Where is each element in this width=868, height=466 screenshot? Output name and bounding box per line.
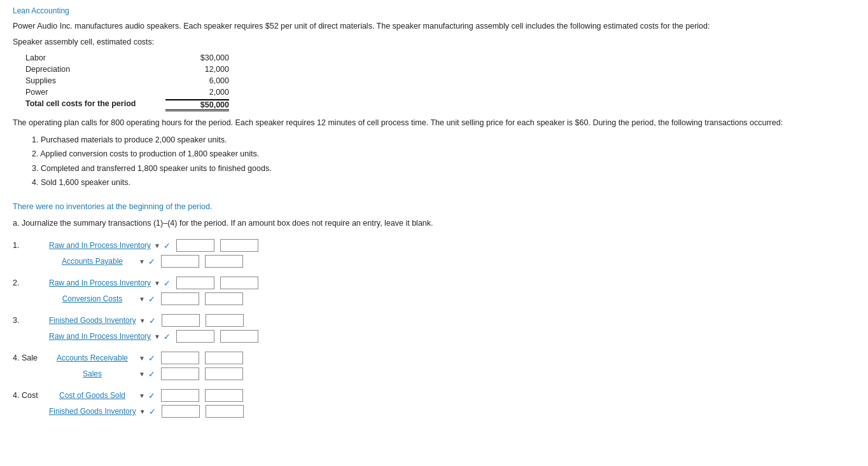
check-mark-2-debit: ✓ (164, 278, 171, 288)
account-container-4-sale-debit: Accounts Receivable ▼ ✓ (48, 352, 243, 364)
entry-number-3: 3. (13, 316, 48, 325)
account-select-conversion-costs[interactable]: Conversion Costs (48, 294, 137, 304)
entry-number-4-sale: 4. Sale (13, 353, 48, 362)
debit-input-4-cost-debit[interactable] (161, 389, 199, 402)
check-mark-2-credit: ✓ (148, 294, 155, 304)
dropdown-arrow-1-debit[interactable]: ▼ (154, 242, 160, 249)
transaction-4: 4. Sold 1,600 speaker units. (32, 175, 855, 190)
credit-input-4-cost-credit[interactable] (206, 405, 244, 418)
credit-input-4-sale-debit[interactable] (205, 352, 243, 364)
dropdown-arrow-3-credit[interactable]: ▼ (154, 333, 160, 340)
journal-entry-2-debit: 2. Raw and In Process Inventory ▼ ✓ (13, 277, 855, 289)
debit-input-1-credit[interactable] (161, 255, 199, 268)
credit-input-2-credit[interactable] (205, 292, 243, 305)
account-select-raw-inventory-3[interactable]: Raw and In Process Inventory (48, 331, 152, 341)
cost-row-labor: Labor $30,000 (25, 53, 855, 62)
credit-input-4-cost-debit[interactable] (205, 389, 243, 402)
operating-text: The operating plan calls for 800 operati… (13, 116, 855, 129)
account-select-raw-inventory-1[interactable]: Raw and In Process Inventory (48, 240, 152, 250)
account-select-raw-inventory-2[interactable]: Raw and In Process Inventory (48, 278, 152, 288)
journal-entry-4-sale-credit: Sales ▼ ✓ (48, 367, 855, 380)
cost-value-depreciation: 12,000 (165, 65, 229, 74)
debit-input-4-cost-credit[interactable] (162, 405, 200, 418)
cost-value-power: 2,000 (165, 88, 229, 97)
speaker-label: Speaker assembly cell, estimated costs: (13, 36, 855, 48)
account-select-cogs[interactable]: Cost of Goods Sold (48, 390, 137, 401)
account-container-1-credit: Accounts Payable ▼ ✓ (48, 255, 243, 268)
journal-section: 1. Raw and In Process Inventory ▼ ✓ Acco… (13, 239, 855, 418)
entry-number-4-cost: 4. Cost (13, 391, 48, 400)
credit-input-4-sale-credit[interactable] (205, 367, 243, 380)
account-container-4-cost-credit: Finished Goods Inventory ▼ ✓ (48, 405, 244, 418)
credit-input-1-debit[interactable] (220, 239, 258, 252)
journal-group-3: 3. Finished Goods Inventory ▼ ✓ Raw and … (13, 314, 855, 343)
journal-entry-4-sale-debit: 4. Sale Accounts Receivable ▼ ✓ (13, 352, 855, 364)
credit-input-3-credit[interactable] (220, 330, 258, 343)
cost-label-power: Power (25, 88, 165, 97)
cost-total-row: Total cell costs for the period $50,000 (25, 99, 855, 111)
journal-group-2: 2. Raw and In Process Inventory ▼ ✓ Conv… (13, 277, 855, 305)
journal-entry-3-credit: Raw and In Process Inventory ▼ ✓ (48, 330, 855, 343)
credit-input-1-credit[interactable] (205, 255, 243, 268)
check-mark-3-debit: ✓ (149, 316, 156, 326)
transaction-3: 3. Completed and transferred 1,800 speak… (32, 161, 855, 176)
account-select-finished-goods-3[interactable]: Finished Goods Inventory (48, 315, 137, 326)
journal-group-1: 1. Raw and In Process Inventory ▼ ✓ Acco… (13, 239, 855, 268)
dropdown-arrow-4-cost-credit[interactable]: ▼ (139, 408, 146, 415)
debit-input-3-credit[interactable] (176, 330, 214, 343)
transaction-2: 2. Applied conversion costs to productio… (32, 147, 855, 161)
journal-entry-1-credit: Accounts Payable ▼ ✓ (48, 255, 855, 268)
dropdown-arrow-2-credit[interactable]: ▼ (139, 296, 145, 303)
instruction-text: a. Journalize the summary transactions (… (13, 217, 855, 230)
cost-label-depreciation: Depreciation (25, 65, 165, 74)
cost-label-supplies: Supplies (25, 76, 165, 85)
dropdown-arrow-3-debit[interactable]: ▼ (139, 317, 146, 324)
check-mark-4-sale-credit: ✓ (148, 369, 155, 379)
account-container-4-sale-credit: Sales ▼ ✓ (48, 367, 243, 380)
cost-value-supplies: 6,000 (165, 76, 229, 85)
account-container-2-debit: Raw and In Process Inventory ▼ ✓ (48, 277, 258, 289)
account-container-3-debit: Finished Goods Inventory ▼ ✓ (48, 314, 244, 327)
account-select-accounts-receivable[interactable]: Accounts Receivable (48, 353, 137, 363)
check-mark-4-sale-debit: ✓ (148, 353, 155, 363)
dropdown-arrow-1-credit[interactable]: ▼ (139, 258, 145, 265)
cost-total-value: $50,000 (165, 99, 229, 111)
account-select-finished-goods-4[interactable]: Finished Goods Inventory (48, 406, 137, 416)
account-container-2-credit: Conversion Costs ▼ ✓ (48, 292, 243, 305)
debit-input-2-debit[interactable] (176, 277, 214, 289)
account-container-1-debit: Raw and In Process Inventory ▼ ✓ (48, 239, 258, 252)
debit-input-4-sale-debit[interactable] (161, 352, 199, 364)
dropdown-arrow-4-sale-credit[interactable]: ▼ (139, 371, 145, 378)
intro-paragraph: Power Audio Inc. manufactures audio spea… (13, 20, 855, 32)
cost-value-labor: $30,000 (165, 53, 229, 62)
cost-label-labor: Labor (25, 53, 165, 62)
check-mark-4-cost-debit: ✓ (148, 391, 155, 401)
cost-row-power: Power 2,000 (25, 88, 855, 97)
cost-row-depreciation: Depreciation 12,000 (25, 65, 855, 74)
cost-row-supplies: Supplies 6,000 (25, 76, 855, 85)
journal-entry-2-credit: Conversion Costs ▼ ✓ (48, 292, 855, 305)
journal-group-4-sale: 4. Sale Accounts Receivable ▼ ✓ Sales ▼ … (13, 352, 855, 380)
entry-number-1: 1. (13, 241, 48, 250)
journal-entry-1-debit: 1. Raw and In Process Inventory ▼ ✓ (13, 239, 855, 252)
account-select-accounts-payable-1[interactable]: Accounts Payable (48, 256, 137, 266)
lean-accounting-title: Lean Accounting (13, 6, 855, 15)
journal-entry-4-cost-credit: Finished Goods Inventory ▼ ✓ (48, 405, 855, 418)
account-select-sales[interactable]: Sales (48, 369, 137, 379)
debit-input-1-debit[interactable] (176, 239, 214, 252)
debit-input-4-sale-credit[interactable] (161, 367, 199, 380)
journal-group-4-cost: 4. Cost Cost of Goods Sold ▼ ✓ Finished … (13, 389, 855, 418)
journal-entry-4-cost-debit: 4. Cost Cost of Goods Sold ▼ ✓ (13, 389, 855, 402)
credit-input-2-debit[interactable] (220, 277, 258, 289)
credit-input-3-debit[interactable] (206, 314, 244, 327)
transactions-list: 1. Purchased materials to produce 2,000 … (32, 133, 855, 190)
transaction-1: 1. Purchased materials to produce 2,000 … (32, 133, 855, 147)
dropdown-arrow-4-sale-debit[interactable]: ▼ (139, 355, 145, 362)
entry-number-2: 2. (13, 278, 48, 287)
account-container-3-credit: Raw and In Process Inventory ▼ ✓ (48, 330, 258, 343)
dropdown-arrow-2-debit[interactable]: ▼ (154, 280, 160, 287)
dropdown-arrow-4-cost-debit[interactable]: ▼ (139, 392, 145, 399)
account-container-4-cost-debit: Cost of Goods Sold ▼ ✓ (48, 389, 243, 402)
debit-input-2-credit[interactable] (161, 292, 199, 305)
debit-input-3-debit[interactable] (162, 314, 200, 327)
